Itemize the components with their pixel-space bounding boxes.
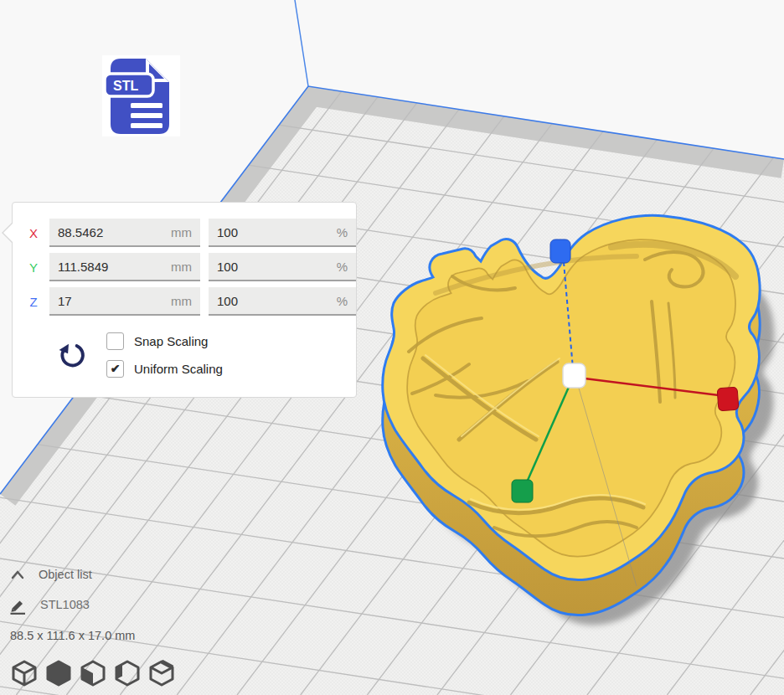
axis-z-label: Z <box>24 295 43 309</box>
snap-scaling-label: Snap Scaling <box>134 334 208 348</box>
scale-z-percent-unit: % <box>337 294 348 308</box>
scale-y-percent-field[interactable]: 100 % <box>209 253 356 281</box>
snap-scaling-option[interactable]: Snap Scaling <box>106 332 208 350</box>
axis-y-label: Y <box>24 260 43 275</box>
cube-top-face-icon <box>149 660 174 687</box>
gizmo-center-handle[interactable] <box>563 363 585 388</box>
scale-z-mm-field[interactable]: 17 mm <box>49 287 200 316</box>
object-list-item[interactable]: STL1083 <box>8 595 90 615</box>
scale-row-x: X 88.5462 mm 100 % <box>13 218 356 248</box>
scale-x-percent-field[interactable]: 100 % <box>209 219 356 247</box>
pencil-icon <box>13 601 23 612</box>
scale-z-percent-value: 100 <box>217 294 238 308</box>
document-line <box>131 123 162 128</box>
object-list-label: Object list <box>39 568 92 581</box>
uniform-scaling-option[interactable]: ✔ Uniform Scaling <box>106 360 223 378</box>
stl-badge-label: STL <box>113 79 138 93</box>
scale-x-percent-value: 100 <box>217 225 238 239</box>
scale-x-percent-unit: % <box>337 225 348 239</box>
view-3d-button[interactable] <box>10 658 39 688</box>
object-item-name: STL1083 <box>40 598 90 611</box>
model-dimensions-readout: 88.5 x 111.6 x 17.0 mm <box>10 629 135 642</box>
scale-x-mm-field[interactable]: 88.5462 mm <box>49 219 200 247</box>
document-line <box>131 113 162 118</box>
view-top-button[interactable] <box>113 658 142 688</box>
scale-y-mm-value: 111.5849 <box>58 260 108 274</box>
scale-row-z: Z 17 mm 100 % <box>13 286 356 317</box>
cube-solid-icon <box>46 660 71 687</box>
scale-x-mm-value: 88.5462 <box>58 225 103 239</box>
scale-y-percent-unit: % <box>337 260 348 274</box>
scale-row-y: Y 111.5849 mm 100 % <box>13 252 356 282</box>
stl-file-icon: STL <box>102 55 180 136</box>
axis-x-label: X <box>24 226 43 240</box>
view-right-button[interactable] <box>147 658 176 688</box>
cube-top-sliver-icon <box>115 660 140 687</box>
view-left-button[interactable] <box>79 658 107 688</box>
scale-tool-panel: X 88.5462 mm 100 % Y 111.5849 mm 100 % Z <box>12 202 357 398</box>
scale-z-mm-unit: mm <box>171 294 192 308</box>
uniform-scaling-checkbox[interactable]: ✔ <box>106 360 124 378</box>
scale-y-mm-field[interactable]: 111.5849 mm <box>49 253 200 281</box>
uniform-scaling-label: Uniform Scaling <box>134 362 223 376</box>
reset-scale-button[interactable] <box>56 340 88 372</box>
scale-y-mm-unit: mm <box>171 260 192 274</box>
chevron-up-icon <box>13 572 23 578</box>
scale-z-percent-field[interactable]: 100 % <box>209 287 356 316</box>
gizmo-x-handle[interactable] <box>717 387 739 411</box>
document-line <box>131 103 162 108</box>
snap-scaling-checkbox[interactable] <box>106 332 124 350</box>
gizmo-z-handle[interactable] <box>550 239 570 263</box>
view-front-button[interactable] <box>44 658 73 688</box>
uniform-scaling-checkmark: ✔ <box>111 361 121 377</box>
cube-wireframe-icon <box>12 660 37 687</box>
scale-z-mm-value: 17 <box>58 294 72 308</box>
gizmo-y-handle[interactable] <box>512 480 533 502</box>
camera-view-toolbar <box>10 658 176 688</box>
build-volume-vertical-edge <box>295 0 308 86</box>
scale-x-mm-unit: mm <box>171 225 192 239</box>
cube-left-face-icon <box>80 660 106 687</box>
scale-y-percent-value: 100 <box>217 260 238 274</box>
object-list-toggle[interactable]: Object list <box>10 568 92 581</box>
